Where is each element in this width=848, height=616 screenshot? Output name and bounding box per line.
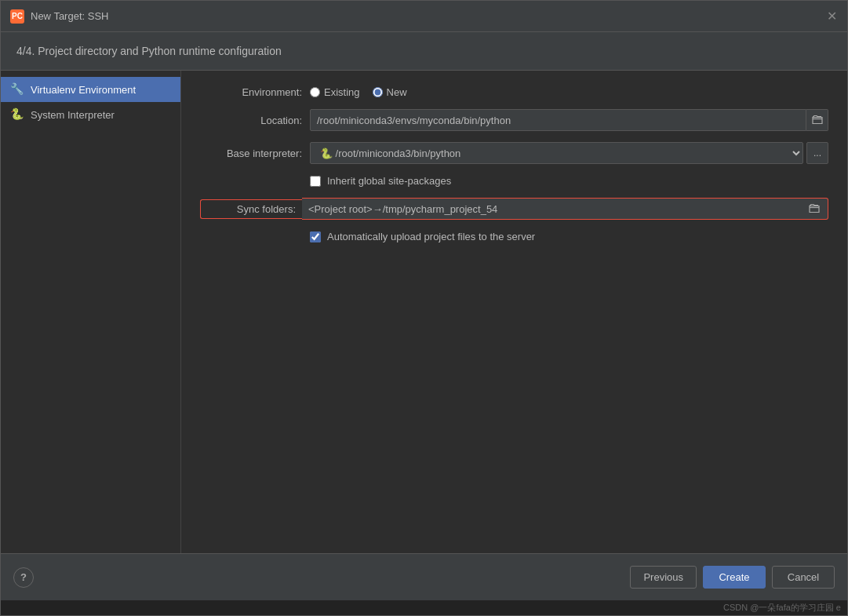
sidebar-item-system-interpreter[interactable]: 🐍 System Interpreter	[1, 102, 180, 127]
location-label: Location:	[200, 115, 302, 126]
sidebar: 🔧 Virtualenv Environment 🐍 System Interp…	[1, 71, 181, 553]
base-interpreter-select[interactable]: 🐍 /root/miniconda3/bin/python	[310, 142, 803, 164]
base-interpreter-ellipsis-button[interactable]: ...	[806, 142, 828, 164]
inherit-checkbox-row: Inherit global site-packages	[200, 175, 828, 187]
footer-watermark: CSDN @一朵fafa的学习庄园 e	[1, 600, 847, 615]
radio-existing-input[interactable]	[310, 87, 320, 97]
base-interpreter-label: Base interpreter:	[200, 148, 302, 159]
sync-folders-browse-button[interactable]	[800, 198, 828, 220]
watermark-text: CSDN @一朵fafa的学习庄园 e	[723, 603, 841, 612]
titlebar: PC New Target: SSH ✕	[1, 1, 847, 32]
app-icon: PC	[10, 9, 24, 24]
location-browse-button[interactable]	[806, 109, 828, 131]
bottom-right: Previous Create Cancel	[630, 566, 835, 589]
step-header-text: 4/4. Project directory and Python runtim…	[16, 45, 282, 57]
base-interpreter-wrap: 🐍 /root/miniconda3/bin/python ...	[310, 142, 828, 164]
close-button[interactable]: ✕	[825, 10, 838, 23]
sync-folders-input[interactable]	[302, 198, 800, 220]
radio-new[interactable]: New	[373, 86, 407, 98]
cancel-button[interactable]: Cancel	[772, 566, 835, 589]
previous-button[interactable]: Previous	[630, 566, 697, 589]
sync-folders-label: Sync folders:	[200, 199, 302, 219]
sidebar-item-virtualenv[interactable]: 🔧 Virtualenv Environment	[1, 77, 180, 102]
titlebar-left: PC New Target: SSH	[10, 9, 108, 24]
bottom-left: ?	[13, 567, 34, 588]
location-input[interactable]	[310, 109, 806, 131]
help-button[interactable]: ?	[13, 567, 34, 588]
location-input-wrap	[310, 109, 828, 131]
dialog-window: PC New Target: SSH ✕ 4/4. Project direct…	[0, 0, 848, 616]
radio-existing[interactable]: Existing	[310, 86, 360, 98]
base-interpreter-row: Base interpreter: 🐍 /root/miniconda3/bin…	[200, 142, 828, 164]
create-button[interactable]: Create	[703, 566, 766, 589]
inherit-checkbox[interactable]	[310, 176, 321, 187]
sidebar-item-virtualenv-label: Virtualenv Environment	[31, 84, 136, 96]
right-panel: Environment: Existing New Location:	[181, 71, 847, 553]
radio-existing-label: Existing	[324, 86, 360, 98]
sidebar-item-system-label: System Interpreter	[31, 109, 115, 121]
virtualenv-icon: 🔧	[10, 82, 24, 97]
environment-label: Environment:	[200, 86, 302, 98]
radio-new-label: New	[387, 86, 407, 98]
titlebar-title: New Target: SSH	[31, 10, 108, 22]
radio-new-input[interactable]	[373, 87, 383, 97]
step-header: 4/4. Project directory and Python runtim…	[1, 32, 847, 71]
bottom-bar: ? Previous Create Cancel	[1, 553, 847, 600]
sync-folders-row: Sync folders:	[200, 198, 828, 220]
inherit-checkbox-label[interactable]: Inherit global site-packages	[327, 175, 451, 187]
radio-group: Existing New	[310, 86, 407, 98]
auto-upload-checkbox-row: Automatically upload project files to th…	[200, 231, 828, 242]
auto-upload-checkbox-label[interactable]: Automatically upload project files to th…	[327, 231, 535, 242]
auto-upload-checkbox[interactable]	[310, 231, 321, 242]
main-content: 🔧 Virtualenv Environment 🐍 System Interp…	[1, 71, 847, 553]
python-icon: 🐍	[10, 108, 24, 122]
environment-row: Environment: Existing New	[200, 86, 828, 98]
location-row: Location:	[200, 109, 828, 131]
